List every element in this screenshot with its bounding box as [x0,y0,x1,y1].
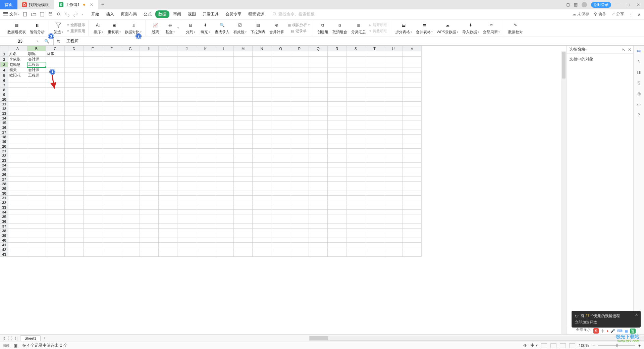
window-layout-icon[interactable]: ▢ [566,2,570,7]
menu-item-4[interactable]: 数据 [155,10,169,18]
qat-preview-icon[interactable] [56,12,61,17]
stock-button[interactable]: 📈股票 [148,21,163,35]
sort-button[interactable]: A↓排序▾ [91,21,106,35]
svg-rect-2 [50,12,52,13]
fx-button[interactable]: fx [54,37,63,45]
menu-item-6[interactable]: 视图 [185,10,199,18]
data-compare-button[interactable]: ◫数据对比▾ [123,21,144,35]
fund-button[interactable]: ◎基金▾ [163,21,177,35]
menu-bar: 文件▾ ▾ 开始插入页面布局公式数据审阅视图开发工具会员专享稻壳资源 查找命令、… [0,9,644,19]
add-tab-button[interactable]: + [98,0,108,9]
merge-table-button[interactable]: ⬒合并表格▾ [414,21,435,35]
menu-item-3[interactable]: 公式 [141,10,155,18]
name-box-input[interactable] [4,39,36,44]
formula-input[interactable] [66,39,644,44]
show-all-button[interactable]: ▿ 全部显示 [66,22,87,28]
ribbon-toolbar: ▦数据透视表 ◧智能分析 筛选▾ ▿ 全部显示 ▿ 重新应用 A↓排序▾ ▣重复… [0,19,644,37]
name-box[interactable]: ▾ [0,37,40,45]
subtotal-button[interactable]: ≣分类汇总 [349,21,368,35]
titlebar-right: ▢ ▦ 临时登录 — □ ✕ [566,0,644,9]
validation-button[interactable]: ☑有效性▾ [231,21,249,35]
consolidate-button[interactable]: ⊕合并计算 [267,21,286,35]
svg-point-3 [57,13,60,15]
formula-search-button[interactable]: 🔍 [40,37,54,45]
group-button[interactable]: ⧉创建组 [315,21,330,35]
close-icon[interactable]: ✕ [90,2,93,7]
tab-templates[interactable]: D 找稻壳模板 [17,0,54,9]
menu-item-2[interactable]: 页面布局 [118,10,140,18]
qat-open-icon[interactable] [31,12,36,17]
svg-rect-1 [49,13,52,15]
qat-redo-icon[interactable] [73,12,78,17]
avatar[interactable] [582,2,587,7]
import-data-button[interactable]: ⬇导入数据▾ [460,21,481,35]
command-search[interactable]: 查找命令、搜索模板 [273,11,315,17]
smart-analysis-button[interactable]: ◧智能分析 [28,21,47,35]
name-box-dropdown-icon[interactable]: ▾ [37,40,38,43]
svg-line-6 [275,15,276,16]
share-button[interactable]: ↗ 分享 [611,11,624,17]
svg-point-5 [273,12,276,15]
tab-home[interactable]: 首页 [0,0,17,9]
collapse-detail-button: ▾ 折叠明细 [368,28,389,34]
template-icon: D [22,2,27,7]
search-placeholder: 查找命令、搜索模板 [278,11,315,17]
unsaved-indicator[interactable]: ☁ 未保存 [572,11,589,17]
menu-item-7[interactable]: 开发工具 [200,10,222,18]
tab-workbook[interactable]: S 工作簿1 ✕ [54,0,98,9]
tab-workbook-label: 工作簿1 [65,2,80,8]
dropdown-list-button[interactable]: ▤下拉列表 [249,21,267,35]
fill-button[interactable]: ⬇填充▾ [198,21,213,35]
svg-rect-0 [23,12,26,16]
menubar-right: ☁ 未保存 ⚲ 协作 ↗ 分享 ⋮ ∧ [572,11,641,17]
menu-item-0[interactable]: 开始 [88,10,102,18]
menubar-more-icon[interactable]: ⋮ [629,12,633,17]
menu-item-8[interactable]: 会员专享 [222,10,245,18]
collapse-ribbon-icon[interactable]: ∧ [638,12,641,17]
reapply-button[interactable]: ▿ 重新应用 [66,28,87,34]
qat-undo-icon[interactable] [65,12,70,17]
svg-line-4 [59,15,61,16]
formula-input-wrap [63,37,644,45]
coop-button[interactable]: ⚲ 协作 [594,11,606,17]
pivot-table-button[interactable]: ▦数据透视表 [5,21,28,35]
qat-more-icon[interactable]: ▾ [82,13,83,16]
wps-cloud-button[interactable]: ☁WPS云数据▾ [435,21,460,35]
duplicates-button[interactable]: ▣重复项▾ [106,21,123,35]
datatype-more-icon[interactable]: ▾ [177,27,179,30]
expand-detail-button: ▸ 展开明细 [368,22,389,28]
qat-save-icon[interactable] [40,12,45,17]
find-entry-button[interactable]: 🔍查找录入 [213,21,231,35]
data-proof-button[interactable]: ✎数据校对 [506,21,525,35]
close-window-button[interactable]: ✕ [635,2,641,7]
maximize-button[interactable]: □ [625,2,631,7]
qat-new-icon[interactable] [23,12,28,17]
refresh-all-button[interactable]: ⟳全部刷新▾ [481,21,502,35]
record-form-button[interactable]: ▤ 记录单 [286,28,311,34]
split-table-button[interactable]: ⬓拆分表格▾ [393,21,414,35]
menu-item-5[interactable]: 审阅 [170,10,184,18]
menu-item-9[interactable]: 稻壳资源 [245,10,267,18]
menu-icon[interactable] [3,11,8,17]
minimize-button[interactable]: — [615,2,621,7]
quick-access-toolbar: ▾ [23,12,83,17]
ungroup-button[interactable]: ⧈取消组合 [330,21,349,35]
qat-print-icon[interactable] [48,12,53,17]
formula-bar: ▾ 🔍 fx [0,37,644,46]
file-menu[interactable]: 文件▾ [9,11,19,17]
main-menu-items: 开始插入页面布局公式数据审阅视图开发工具会员专享稻壳资源 [88,10,267,18]
tab-templates-label: 找稻壳模板 [29,2,49,8]
apps-icon[interactable]: ▦ [574,2,578,7]
unsaved-dot-icon [83,4,85,6]
menu-item-1[interactable]: 插入 [103,10,117,18]
text-to-columns-button[interactable]: ⊟分列▾ [183,21,198,35]
document-tab-bar: 首页 D 找稻壳模板 S 工作簿1 ✕ + ▢ ▦ 临时登录 — □ ✕ [0,0,644,9]
simulation-button[interactable]: ▦ 模拟分析 ▾ [286,22,311,28]
filter-button[interactable]: 筛选▾ [51,21,66,35]
search-icon [273,12,277,16]
spreadsheet-icon: S [59,2,63,7]
login-button[interactable]: 临时登录 [591,2,611,8]
